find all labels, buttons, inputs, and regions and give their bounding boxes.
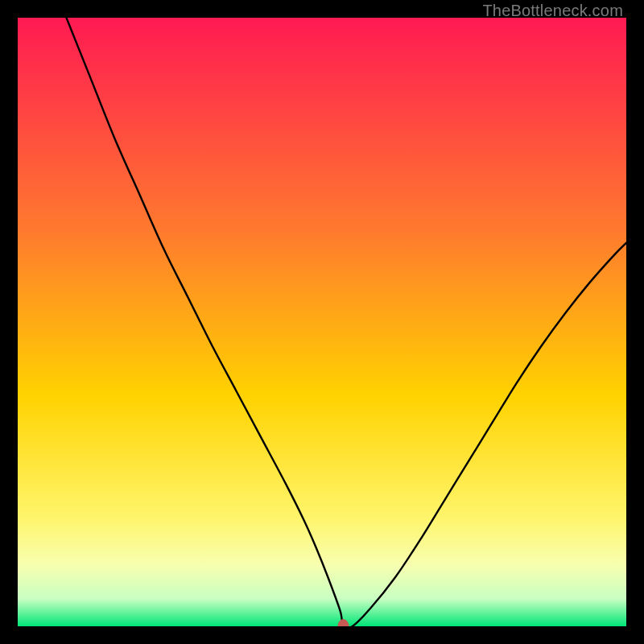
bottleneck-chart [18, 18, 626, 626]
gradient-background [18, 18, 626, 626]
plot-area [18, 18, 626, 626]
chart-frame: TheBottleneck.com [0, 0, 644, 644]
